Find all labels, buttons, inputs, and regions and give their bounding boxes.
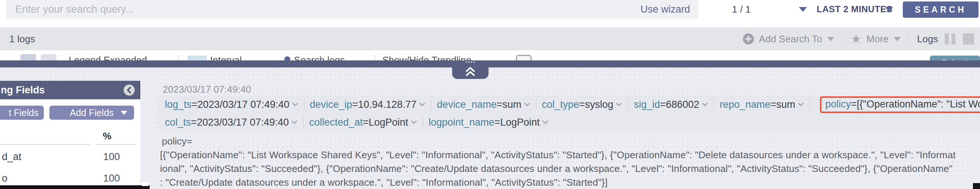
pause-view-icon[interactable] [945, 33, 956, 44]
policy-value-line: [{"OperationName": "List Workspace Share… [160, 150, 956, 161]
search-placeholder-text: Enter your search query... [15, 0, 134, 19]
field-key: repo_name [720, 99, 776, 110]
plus-circle-icon[interactable] [743, 33, 754, 44]
pill-row: log_ts2023/03/17 07:49:40 device_ip10.94… [165, 96, 980, 113]
field-pill-logpoint-name[interactable]: logpoint_nameLogPoint [429, 117, 549, 128]
logpoint-search-page: Enter your search query... Use wizard 1 … [0, 0, 980, 189]
divider [304, 99, 304, 110]
logs-count: 1 logs [9, 27, 35, 50]
field-row-name[interactable]: o [2, 173, 8, 184]
field-row-percent: 100 [103, 173, 120, 184]
divider [909, 33, 909, 45]
fields-panel-header: ng Fields [0, 81, 140, 99]
window-edge [973, 183, 980, 189]
divider [303, 117, 304, 128]
divider [0, 144, 90, 145]
grid-view-icon[interactable] [963, 33, 974, 44]
drag-handle-icon [466, 61, 475, 63]
field-value: syslog [585, 99, 614, 110]
field-value: 2023/03/17 07:49:40 [197, 99, 290, 110]
window-edge [0, 185, 150, 189]
divider [628, 99, 628, 110]
policy-value-line: : "Create/Update datasources under a wor… [160, 177, 608, 188]
search-query-input[interactable]: Enter your search query... Use wizard [6, 0, 698, 19]
fields-panel-body: t Fields Add Fields % d_at 100 o 100 [0, 99, 140, 185]
chevron-down-icon[interactable] [799, 7, 807, 12]
use-wizard-link[interactable]: Use wizard [640, 0, 690, 19]
results-toolbar: 1 logs Add Search To ★ More Logs [0, 27, 980, 50]
policy-field-label: policy= [162, 135, 192, 147]
field-pill-policy-highlighted[interactable]: policy[{"OperationName": "List Wo... [820, 96, 980, 113]
field-key: log_ts [165, 99, 197, 110]
field-key: policy [825, 99, 857, 110]
divider [431, 99, 431, 110]
chevron-down-icon [121, 111, 127, 115]
field-pill-sig-id[interactable]: sig_id686002 [634, 99, 708, 110]
search-button[interactable]: SEARCH [903, 2, 978, 18]
scrollbar-corner [142, 182, 148, 186]
field-pill-repo-name[interactable]: repo_namesum [720, 99, 804, 110]
chevron-down-icon[interactable] [542, 120, 549, 124]
divider [536, 99, 536, 110]
chevron-down-icon[interactable] [797, 102, 804, 107]
add-fields-label: Add Fields [70, 107, 114, 118]
chevron-down-icon[interactable] [885, 7, 893, 12]
chevron-down-icon[interactable] [616, 102, 622, 107]
policy-value-line: ional", "ActivityStatus": "Succeeded"}, … [160, 163, 953, 175]
divider [842, 33, 843, 45]
chevron-down-icon[interactable] [419, 102, 425, 107]
expand-panel-tab[interactable] [452, 60, 488, 79]
more-button[interactable]: More [866, 33, 888, 45]
divider [423, 117, 423, 128]
field-key: col_type [542, 99, 585, 110]
chevron-down-icon[interactable] [410, 120, 417, 124]
field-key: device_name [437, 99, 502, 110]
divider [96, 144, 137, 145]
results-toolbar-actions: Add Search To ★ More Logs [743, 27, 980, 50]
field-value: sum [502, 99, 521, 110]
time-range-dropdown[interactable]: LAST 2 MINUTES [817, 0, 892, 19]
field-pill-col-type[interactable]: col_typesyslog [542, 99, 622, 110]
field-row-percent: 100 [103, 151, 120, 163]
field-key: collected_at [309, 117, 369, 128]
result-pagination: 1 / 1 [725, 0, 758, 19]
field-pill-device-name[interactable]: device_namesum [437, 99, 530, 110]
field-key: sig_id [634, 99, 666, 110]
field-pill-collected-at[interactable]: collected_atLogPoint [309, 117, 417, 128]
pill-row: col_ts2023/03/17 07:49:40 collected_atLo… [165, 113, 549, 131]
field-key: device_ip [310, 99, 358, 110]
log-field-pills: log_ts2023/03/17 07:49:40 device_ip10.94… [159, 96, 980, 131]
chevron-down-icon[interactable] [827, 37, 834, 41]
chevron-down-icon[interactable] [702, 102, 708, 107]
field-key: col_ts [165, 117, 197, 128]
collapse-panel-button[interactable] [124, 85, 135, 96]
field-value: LogPoint [500, 117, 540, 128]
divider [714, 99, 714, 110]
field-pill-col-ts[interactable]: col_ts2023/03/17 07:49:40 [165, 117, 298, 128]
field-key: logpoint_name [429, 117, 500, 128]
star-icon[interactable]: ★ [851, 33, 862, 44]
chevron-down-icon[interactable] [524, 102, 530, 107]
add-search-to-button[interactable]: Add Search To [759, 33, 822, 45]
field-value: 2023/03/17 07:49:40 [197, 117, 289, 128]
fields-panel-title: ng Fields [1, 81, 45, 99]
field-value: sum [776, 99, 795, 110]
chevron-left-icon [126, 87, 132, 93]
log-timestamp: 2023/03/17 07:49:40 [162, 84, 251, 95]
field-value: 10.94.128.77 [358, 99, 417, 110]
field-pill-log-ts[interactable]: log_ts2023/03/17 07:49:40 [165, 99, 299, 110]
percent-column-header: % [103, 131, 111, 142]
logs-view-label: Logs [917, 33, 938, 45]
collapsed-chart-bar [0, 60, 980, 68]
divider [810, 99, 810, 110]
add-fields-button[interactable]: Add Fields [49, 106, 134, 120]
chevron-down-icon[interactable] [292, 102, 299, 107]
field-row-name[interactable]: d_at [2, 151, 22, 163]
select-fields-button[interactable]: t Fields [0, 106, 44, 120]
double-chevron-up-icon [465, 66, 476, 77]
field-pill-device-ip[interactable]: device_ip10.94.128.77 [310, 99, 426, 110]
chevron-down-icon[interactable] [894, 37, 900, 41]
chevron-down-icon[interactable] [291, 120, 298, 124]
field-value: LogPoint [369, 117, 408, 128]
field-value: [{"OperationName": "List Wo... [857, 99, 980, 110]
